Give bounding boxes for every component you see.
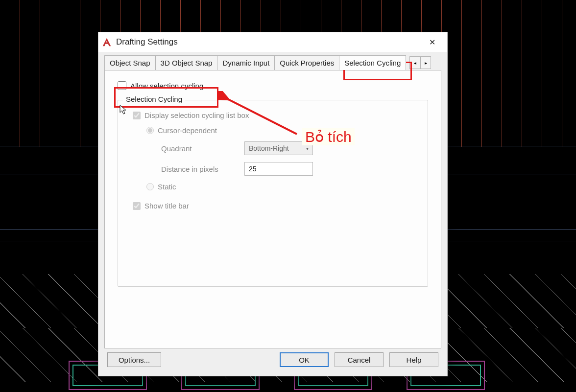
static-radio[interactable] bbox=[146, 183, 154, 190]
ok-button[interactable]: OK bbox=[280, 352, 329, 367]
tab-dynamic-input[interactable]: Dynamic Input bbox=[217, 55, 275, 70]
window-title: Drafting Settings bbox=[116, 37, 421, 47]
chevron-down-icon: ▾ bbox=[306, 146, 309, 151]
tab-3d-object-snap[interactable]: 3D Object Snap bbox=[155, 55, 218, 70]
display-listbox-checkbox[interactable] bbox=[133, 112, 141, 119]
allow-selection-cycling-row: Allow selection cycling bbox=[118, 81, 428, 90]
selection-cycling-group: Selection Cycling Display selection cycl… bbox=[118, 100, 428, 287]
tab-quick-properties[interactable]: Quick Properties bbox=[274, 55, 339, 70]
mouse-cursor-icon bbox=[120, 105, 126, 115]
close-icon: ✕ bbox=[429, 38, 435, 47]
allow-selection-cycling-label: Allow selection cycling bbox=[130, 82, 203, 90]
quadrant-value: Bottom-Right bbox=[249, 144, 289, 152]
cursor-dependent-row: Cursor-dependent bbox=[146, 126, 414, 135]
tabstrip: Object Snap 3D Object Snap Dynamic Input… bbox=[104, 55, 441, 70]
help-button[interactable]: Help bbox=[389, 352, 438, 367]
display-listbox-label: Display selection cycling list box bbox=[144, 111, 249, 119]
display-listbox-row: Display selection cycling list box bbox=[133, 111, 414, 119]
allow-selection-cycling-checkbox[interactable] bbox=[118, 81, 126, 90]
cancel-button[interactable]: Cancel bbox=[335, 352, 384, 367]
show-titlebar-label: Show title bar bbox=[144, 202, 189, 210]
quadrant-label: Quadrant bbox=[161, 144, 230, 153]
cursor-dependent-label: Cursor-dependent bbox=[158, 126, 217, 135]
tab-selection-cycling[interactable]: Selection Cycling bbox=[339, 55, 406, 70]
group-legend: Selection Cycling bbox=[123, 95, 185, 103]
options-button[interactable]: Options... bbox=[107, 352, 161, 367]
tab-pane-selection-cycling: Allow selection cycling Selection Cyclin… bbox=[104, 70, 441, 348]
static-row: Static bbox=[146, 183, 414, 191]
distance-value: 25 bbox=[249, 165, 257, 173]
cursor-dependent-radio[interactable] bbox=[146, 127, 154, 134]
tab-object-snap[interactable]: Object Snap bbox=[104, 55, 156, 70]
distance-label: Distance in pixels bbox=[161, 165, 230, 173]
show-titlebar-checkbox[interactable] bbox=[133, 202, 141, 210]
close-button[interactable]: ✕ bbox=[421, 35, 443, 49]
titlebar: Drafting Settings ✕ bbox=[98, 32, 447, 52]
tab-scroll-left[interactable]: ◂ bbox=[409, 56, 420, 69]
static-label: Static bbox=[158, 183, 176, 191]
autocad-logo-icon bbox=[101, 37, 112, 47]
drafting-settings-dialog: Drafting Settings ✕ Object Snap 3D Objec… bbox=[98, 32, 448, 376]
annotation-text-uncheck: Bỏ tích bbox=[302, 128, 355, 145]
dialog-footer: Options... OK Cancel Help bbox=[104, 348, 441, 370]
distance-input[interactable]: 25 bbox=[244, 162, 313, 176]
tab-scroll-right[interactable]: ▸ bbox=[420, 56, 431, 69]
